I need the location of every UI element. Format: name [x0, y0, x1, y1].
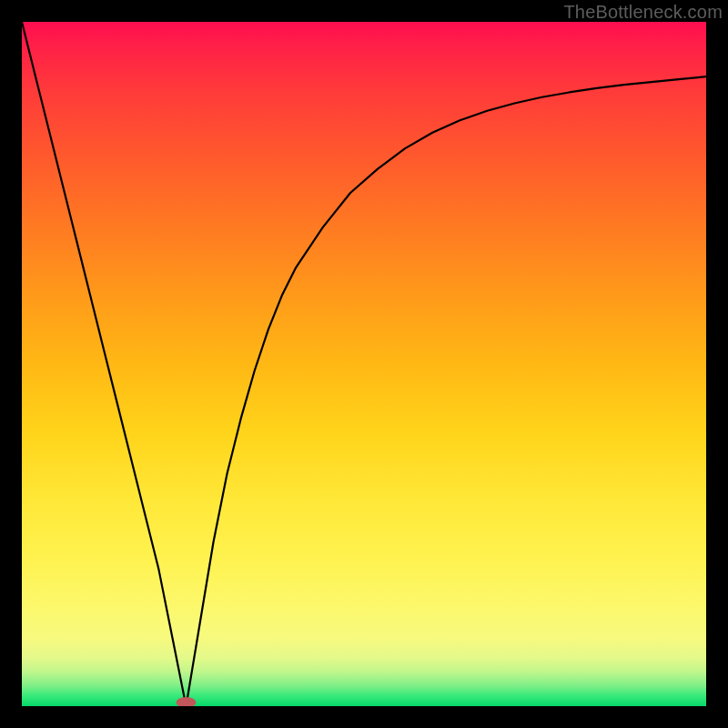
plot-area [22, 22, 706, 706]
bottleneck-curve [22, 22, 706, 706]
min-marker [176, 697, 196, 706]
curve-layer [22, 22, 706, 706]
watermark-text: TheBottleneck.com [563, 2, 723, 23]
chart-container: TheBottleneck.com [0, 0, 728, 728]
